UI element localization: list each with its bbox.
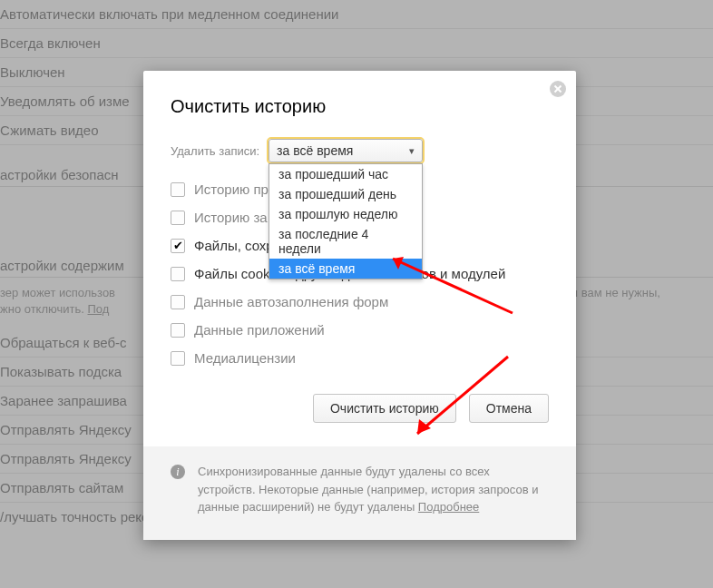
- close-icon: [549, 85, 567, 101]
- dialog-buttons: Очистить историю Отмена: [143, 388, 576, 446]
- footer-text: Синхронизированные данные будут удалены …: [198, 463, 549, 516]
- checkbox-label: Медиалицензии: [194, 350, 296, 366]
- time-range-select[interactable]: за всё время ▾: [269, 139, 423, 162]
- learn-more-link[interactable]: Подробнее: [418, 500, 479, 514]
- clear-autofill[interactable]: Данные автозаполнения форм: [171, 288, 549, 316]
- clear-history-dialog: Очистить историю Удалить записи: за всё …: [143, 71, 576, 540]
- checkbox-icon: [171, 267, 185, 281]
- combo-value: за всё время: [277, 143, 353, 158]
- checkbox-label: Историю пр: [194, 181, 269, 197]
- time-range-row: Удалить записи: за всё время ▾ за прошед…: [143, 126, 576, 166]
- dropdown-option-selected[interactable]: за всё время: [269, 259, 422, 279]
- footer-message: Синхронизированные данные будут удалены …: [198, 465, 539, 514]
- checkbox-label: Данные приложений: [194, 322, 325, 338]
- dropdown-option[interactable]: за прошедший час: [269, 164, 422, 184]
- time-range-label: Удалить записи:: [171, 144, 259, 158]
- dialog-header: Очистить историю: [143, 71, 576, 126]
- checkbox-label: Историю за: [194, 210, 268, 225]
- checkbox-icon: [171, 351, 185, 366]
- cancel-button[interactable]: Отмена: [469, 394, 549, 423]
- clear-app-data[interactable]: Данные приложений: [171, 316, 549, 344]
- checkbox-icon: [171, 323, 185, 338]
- clear-media-licenses[interactable]: Медиалицензии: [171, 344, 549, 372]
- time-range-dropdown: за прошедший час за прошедший день за пр…: [269, 163, 423, 279]
- dropdown-option[interactable]: за прошедший день: [269, 184, 422, 204]
- svg-text:i: i: [176, 466, 179, 478]
- checkbox-icon: [171, 295, 185, 309]
- info-icon: i: [171, 465, 185, 479]
- dialog-footer: i Синхронизированные данные будут удален…: [143, 446, 576, 540]
- checkbox-label: Данные автозаполнения форм: [194, 294, 388, 309]
- checkbox-checked-icon: [171, 239, 185, 253]
- checkbox-icon: [171, 182, 185, 197]
- dialog-title: Очистить историю: [171, 96, 549, 117]
- checkbox-icon: [171, 211, 185, 225]
- chevron-down-icon: ▾: [409, 145, 415, 157]
- close-button[interactable]: [549, 80, 567, 98]
- dropdown-option[interactable]: за прошлую неделю: [269, 204, 422, 224]
- dropdown-option[interactable]: за последние 4 недели: [269, 224, 422, 259]
- clear-history-button[interactable]: Очистить историю: [313, 394, 456, 423]
